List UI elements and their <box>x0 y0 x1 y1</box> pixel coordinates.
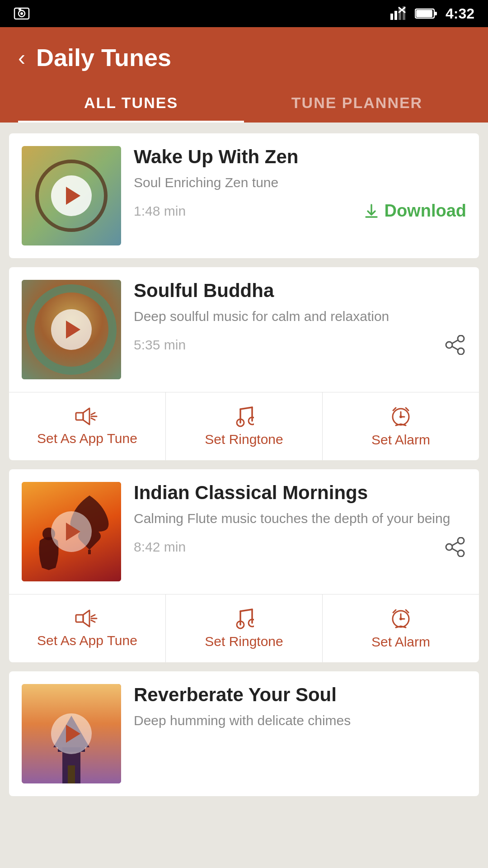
music-icon-2 <box>234 608 254 629</box>
tab-tune-planner[interactable]: TUNE PLANNER <box>244 85 470 123</box>
track-info-indian: Indian Classical Mornings Calming Flute … <box>134 482 466 557</box>
tabs-container: ALL TUNES TUNE PLANNER <box>18 85 470 123</box>
svg-line-44 <box>91 615 95 617</box>
set-alarm-button-2[interactable]: Set Alarm <box>323 594 479 662</box>
status-icons: 4:32 <box>389 5 474 22</box>
track-title-reverberate: Reverberate Your Soul <box>134 684 466 706</box>
track-info-reverberate: Reverberate Your Soul Deep humming with … <box>134 684 466 739</box>
photo-icon <box>14 5 30 22</box>
set-app-tune-button-1[interactable]: Set As App Tune <box>9 392 166 460</box>
track-title-buddha: Soulful Buddha <box>134 280 466 302</box>
share-button-indian[interactable] <box>444 537 466 557</box>
set-alarm-label-2: Set Alarm <box>371 634 430 650</box>
track-thumbnail-zen[interactable] <box>22 146 121 245</box>
share-button-buddha[interactable] <box>444 335 466 355</box>
share-icon-indian <box>444 537 466 557</box>
track-subtitle-zen: Soul Enriching Zen tune <box>134 173 466 192</box>
svg-point-28 <box>249 417 254 425</box>
svg-rect-42 <box>76 615 83 622</box>
svg-rect-3 <box>19 9 21 10</box>
svg-line-18 <box>452 346 458 350</box>
play-button-zen[interactable] <box>51 175 92 216</box>
svg-point-39 <box>458 550 464 557</box>
svg-point-16 <box>458 348 464 354</box>
svg-line-48 <box>240 609 252 611</box>
alarm-icon-2 <box>389 607 412 630</box>
track-info-buddha: Soulful Buddha Deep soulful music for ca… <box>134 280 466 355</box>
speaker-icon-2 <box>75 609 99 628</box>
track-duration-buddha: 5:35 min <box>134 337 186 353</box>
svg-point-51 <box>249 619 254 627</box>
svg-marker-43 <box>83 610 89 627</box>
svg-point-38 <box>446 544 452 550</box>
play-button-indian[interactable] <box>51 511 92 552</box>
download-label: Download <box>384 201 466 221</box>
track-duration-zen: 1:48 min <box>134 203 186 219</box>
set-app-tune-label-1: Set As App Tune <box>37 431 137 446</box>
status-bar: 4:32 <box>0 0 488 27</box>
track-card-soulful-buddha: Soulful Buddha Deep soulful music for ca… <box>9 267 479 460</box>
track-card-wake-up-zen: Wake Up With Zen Soul Enriching Zen tune… <box>9 133 479 258</box>
svg-marker-20 <box>83 408 89 425</box>
download-button-zen[interactable]: Download <box>363 201 466 221</box>
set-alarm-label-1: Set Alarm <box>371 432 430 448</box>
svg-rect-19 <box>76 413 83 420</box>
svg-point-2 <box>20 12 23 15</box>
svg-rect-12 <box>416 10 432 17</box>
download-icon <box>363 203 380 219</box>
alarm-icon-1 <box>389 405 412 428</box>
svg-rect-5 <box>394 11 397 20</box>
track-card-indian-classical: Indian Classical Mornings Calming Flute … <box>9 469 479 662</box>
track-thumbnail-buddha[interactable] <box>22 280 121 379</box>
track-meta-indian: 8:42 min <box>134 537 466 557</box>
set-ringtone-label-2: Set Ringtone <box>205 634 283 649</box>
track-thumbnail-indian[interactable] <box>22 482 121 581</box>
set-ringtone-button-1[interactable]: Set Ringtone <box>166 392 323 460</box>
svg-line-25 <box>240 407 252 409</box>
status-time: 4:32 <box>446 5 474 22</box>
svg-point-14 <box>458 335 464 342</box>
svg-rect-60 <box>68 765 75 783</box>
action-bar-buddha: Set As App Tune Set Ringtone <box>9 392 479 460</box>
battery-icon <box>415 7 438 20</box>
app-header: ‹ Daily Tunes ALL TUNES TUNE PLANNER <box>0 27 488 123</box>
share-icon-buddha <box>444 335 466 355</box>
play-button-reverberate[interactable] <box>51 713 92 754</box>
track-subtitle-indian: Calming Flute music touches the depth of… <box>134 509 466 528</box>
signal-icon <box>389 6 408 21</box>
tracks-list: Wake Up With Zen Soul Enriching Zen tune… <box>0 123 488 807</box>
svg-line-40 <box>452 542 458 546</box>
svg-line-17 <box>452 340 458 344</box>
status-bar-left <box>14 5 30 22</box>
track-title-indian: Indian Classical Mornings <box>134 482 466 504</box>
set-ringtone-label-1: Set Ringtone <box>205 432 283 447</box>
track-duration-indian: 8:42 min <box>134 539 186 555</box>
svg-rect-11 <box>434 12 437 15</box>
play-button-buddha[interactable] <box>51 309 92 350</box>
set-alarm-button-1[interactable]: Set Alarm <box>323 392 479 460</box>
track-thumbnail-reverberate[interactable] <box>22 684 121 783</box>
set-app-tune-label-2: Set As App Tune <box>37 633 137 648</box>
tab-all-tunes[interactable]: ALL TUNES <box>18 85 244 123</box>
page-title: Daily Tunes <box>36 43 171 71</box>
svg-line-41 <box>452 548 458 552</box>
action-bar-indian: Set As App Tune Set Ringtone <box>9 594 479 662</box>
svg-point-34 <box>399 415 402 418</box>
svg-line-46 <box>91 620 95 622</box>
track-subtitle-reverberate: Deep humming with delicate chimes <box>134 711 466 730</box>
track-title-zen: Wake Up With Zen <box>134 146 466 168</box>
back-button[interactable]: ‹ <box>18 45 25 70</box>
track-meta-buddha: 5:35 min <box>134 335 466 355</box>
speaker-icon-1 <box>75 406 99 426</box>
track-meta-zen: 1:48 min Download <box>134 201 466 221</box>
music-icon-1 <box>234 406 254 427</box>
svg-line-23 <box>91 418 95 420</box>
svg-point-37 <box>458 538 464 544</box>
set-ringtone-button-2[interactable]: Set Ringtone <box>166 594 323 662</box>
svg-point-57 <box>399 618 402 620</box>
set-app-tune-button-2[interactable]: Set As App Tune <box>9 594 166 662</box>
track-info-zen: Wake Up With Zen Soul Enriching Zen tune… <box>134 146 466 221</box>
svg-rect-4 <box>390 14 393 20</box>
track-card-reverberate: Reverberate Your Soul Deep humming with … <box>9 671 479 796</box>
svg-point-15 <box>446 342 452 348</box>
